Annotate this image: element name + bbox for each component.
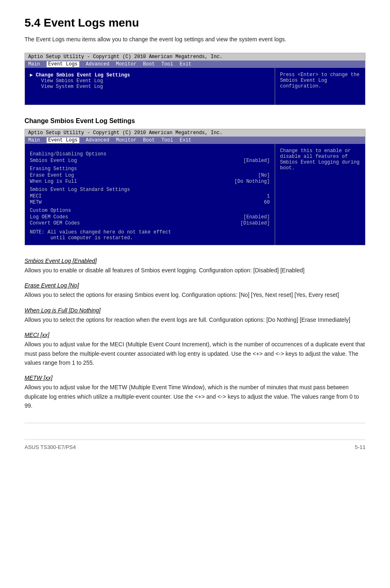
desc-metw-body: Allows you to adjust value for the METW … xyxy=(25,383,365,410)
bios2-row-when-full: When Log is Full [Do Nothing] xyxy=(30,179,270,184)
desc-when-full-title: When Log is Full [Do Nothing] xyxy=(25,307,365,314)
bios1-help-text: Press <Enter> to change the Smbios Event… xyxy=(280,72,359,89)
desc-when-full: When Log is Full [Do Nothing] Allows you… xyxy=(25,307,365,324)
bios1-titlebar: Aptio Setup Utility - Copyright (C) 2010… xyxy=(25,53,365,61)
bios2-menu-tool: Tool xyxy=(161,137,173,143)
page-title: 5.4 Event Logs menu xyxy=(25,16,365,29)
bios2-titlebar: Aptio Setup Utility - Copyright (C) 2010… xyxy=(25,129,365,137)
desc-erase-log-title: Erase Event Log [No] xyxy=(25,282,365,289)
bios2-menubar: Main Event Logs Advanced Monitor Boot To… xyxy=(25,137,365,144)
bios2-menu-main: Main xyxy=(28,137,40,143)
bios2-menu-eventlogs: Event Logs xyxy=(47,137,79,143)
desc-erase-log: Erase Event Log [No] Allows you to selec… xyxy=(25,282,365,299)
bios1-right: Press <Enter> to change the Smbios Event… xyxy=(275,68,365,105)
bios2-row-erase-log: Erase Event Log [No] xyxy=(30,173,270,178)
bios1-menu-eventlogs: Event Logs xyxy=(47,61,79,67)
bios2-row-metw: METW 60 xyxy=(30,200,270,205)
desc-meci-title: MECI [xx] xyxy=(25,332,365,338)
bios1-menu-main: Main xyxy=(28,61,40,67)
desc-smbios-log: Smbios Event Log [Enabled] Allows you to… xyxy=(25,258,365,275)
desc-erase-log-body: Allows you to select the options for era… xyxy=(25,290,365,299)
bios1-menu-advanced: Advanced xyxy=(86,61,110,67)
bios-screenshot-2: Aptio Setup Utility - Copyright (C) 2010… xyxy=(25,129,365,245)
desc-smbios-log-body: Allows you to enable or disable all feat… xyxy=(25,266,365,275)
bios2-section-standard: Smbios Event Log Standard Settings xyxy=(30,187,270,193)
bios2-row-convert-oem: Convert OEM Codes [Disabled] xyxy=(30,220,270,226)
intro-text: The Event Logs menu items allow you to c… xyxy=(25,35,365,44)
bios1-left: Change Smbios Event Log Settings View Sm… xyxy=(25,68,275,105)
page-footer: ASUS TS300-E7/PS4 5-11 xyxy=(25,440,365,450)
desc-meci-body: Allows you to adjust value for the MECI … xyxy=(25,340,365,367)
bios2-section-enabling: Enabling/Disabling Options xyxy=(30,151,270,157)
bios1-item-view-system: View System Event Log xyxy=(32,84,270,90)
footer-divider xyxy=(25,423,365,423)
bios1-menu-exit: Exit xyxy=(179,61,191,67)
bios2-right: Change this to enable or disable all fea… xyxy=(275,144,365,245)
bios2-section-erasing: Erasing Settings xyxy=(30,166,270,172)
section2-heading: Change Smbios Event Log Settings xyxy=(25,117,365,125)
bios2-section-custom: Custom Options xyxy=(30,208,270,213)
bios2-help-text: Change this to enable or disable all fea… xyxy=(280,148,359,171)
bios2-menu-advanced: Advanced xyxy=(86,137,110,143)
bios1-menu-monitor: Monitor xyxy=(116,61,136,67)
bios2-row-log-oem: Log OEM Codes [Enabled] xyxy=(30,214,270,220)
desc-meci: MECI [xx] Allows you to adjust value for… xyxy=(25,332,365,367)
footer-page: 5-11 xyxy=(355,444,365,450)
desc-when-full-body: Allows you to select the options for rea… xyxy=(25,315,365,324)
bios2-content: Enabling/Disabling Options Smbios Event … xyxy=(25,144,365,245)
bios1-menubar: Main Event Logs Advanced Monitor Boot To… xyxy=(25,61,365,68)
descriptions-container: Smbios Event Log [Enabled] Allows you to… xyxy=(25,258,365,411)
bios1-item-change: Change Smbios Event Log Settings xyxy=(30,72,270,78)
bios2-note: NOTE: All values changed here do not tak… xyxy=(30,229,270,241)
bios1-item-view-smbios: View Smbios Event Log xyxy=(32,78,270,84)
desc-smbios-log-title: Smbios Event Log [Enabled] xyxy=(25,258,365,264)
bios1-menu-tool: Tool xyxy=(161,61,173,67)
bios2-menu-exit: Exit xyxy=(179,137,191,143)
bios2-menu-boot: Boot xyxy=(143,137,155,143)
bios1-content: Change Smbios Event Log Settings View Sm… xyxy=(25,68,365,105)
desc-metw: METW [xx] Allows you to adjust value for… xyxy=(25,375,365,410)
bios-screenshot-1: Aptio Setup Utility - Copyright (C) 2010… xyxy=(25,53,365,105)
bios1-menu-boot: Boot xyxy=(143,61,155,67)
bios2-row-smbios-log: Smbios Event Log [Enabled] xyxy=(30,158,270,164)
desc-metw-title: METW [xx] xyxy=(25,375,365,381)
footer-product: ASUS TS300-E7/PS4 xyxy=(25,444,76,450)
bios2-row-meci: MECI 1 xyxy=(30,193,270,199)
bios2-left: Enabling/Disabling Options Smbios Event … xyxy=(25,144,275,245)
bios2-menu-monitor: Monitor xyxy=(116,137,136,143)
